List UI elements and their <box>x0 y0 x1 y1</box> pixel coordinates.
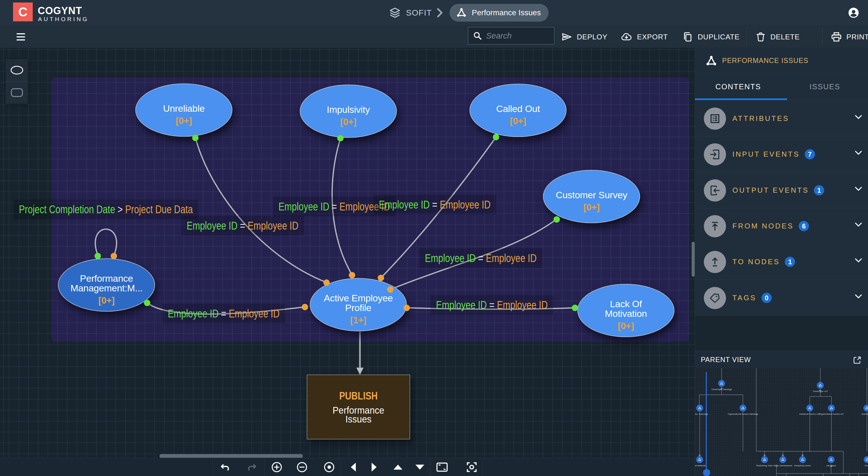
svg-text:Rece: Rece <box>865 464 868 467</box>
svg-text:listed Webmail: listed Webmail <box>695 464 706 467</box>
svg-text:ThreatType--Sabotage: ThreatType--Sabotage <box>711 388 732 391</box>
svg-text:Organizational Factors-UIT: Organizational Factors-UIT <box>819 413 844 415</box>
svg-text:Individual Fa: Individual Fa <box>862 413 868 415</box>
svg-text:Individual Factors--UIT: Individual Factors--UIT <box>799 413 820 415</box>
svg-text:Organizational Factors-Sabotag: Organizational Factors-Sabotage <box>728 413 758 415</box>
svg-text:ThreatType--UIT: ThreatType--UIT <box>812 390 828 392</box>
svg-text:Restraining Order: Restraining Order <box>756 464 773 467</box>
svg-text:al Factor--Sabotage: al Factor--Sabotage <box>695 413 708 415</box>
svg-text:Job Status: Job Status <box>826 464 836 467</box>
svg-text:Wage Garnishments: Wage Garnishments <box>773 464 792 467</box>
svg-text:Disciplinary Action: Disciplinary Action <box>794 464 811 467</box>
